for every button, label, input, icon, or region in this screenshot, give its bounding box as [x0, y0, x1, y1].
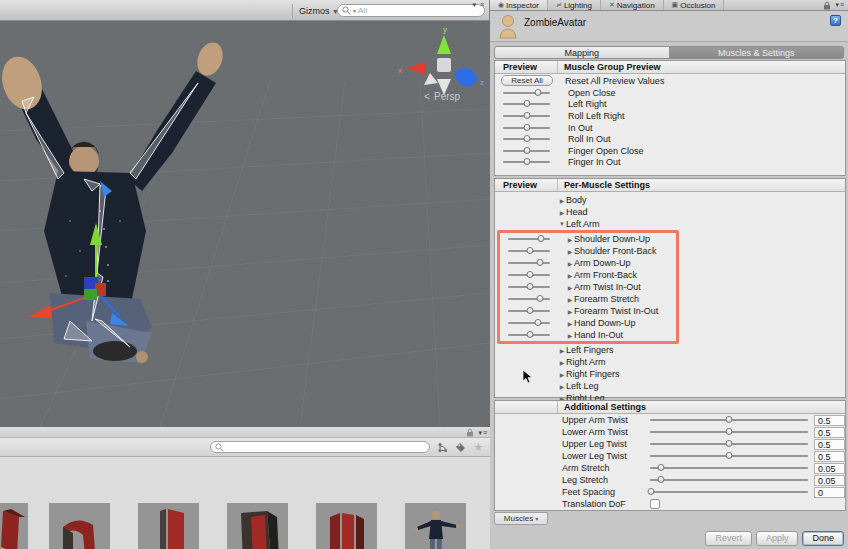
muscle-group-row: Open Close — [495, 87, 845, 99]
preview-slider[interactable] — [503, 89, 550, 97]
muscle-tree-row: ▼Left Arm — [495, 218, 845, 230]
preview-slider[interactable] — [508, 271, 550, 279]
additional-setting-label: Upper Leg Twist — [562, 439, 650, 449]
translation-dof-checkbox[interactable] — [650, 499, 660, 509]
tab-lighting[interactable]: ≓ Lighting — [548, 0, 601, 10]
preview-slider[interactable] — [508, 319, 550, 327]
preview-slider[interactable] — [508, 295, 550, 303]
additional-setting-row: Lower Arm Twist0.5 — [495, 426, 845, 438]
apply-button[interactable]: Apply — [756, 531, 799, 546]
slider-cell — [650, 416, 814, 424]
project-search-input[interactable] — [210, 441, 430, 453]
slider-cell — [500, 319, 558, 327]
muscle-tree-label: Hand Down-Up — [574, 318, 636, 328]
tree-disclosure-icon[interactable]: ▶ — [566, 272, 574, 279]
asset-thumbnail[interactable] — [405, 503, 466, 549]
additional-setting-value-field[interactable]: 0.05 — [814, 463, 845, 474]
preview-slider[interactable] — [650, 476, 808, 484]
tree-disclosure-icon[interactable]: ▼ — [558, 221, 566, 227]
preview-slider[interactable] — [508, 331, 550, 339]
scene-search-input[interactable]: ▾ All — [337, 4, 485, 17]
tree-disclosure-icon[interactable]: ▶ — [558, 359, 566, 366]
preview-slider[interactable] — [650, 440, 808, 448]
additional-setting-value-field[interactable]: 0.5 — [814, 415, 845, 426]
tree-disclosure-icon[interactable]: ▶ — [566, 320, 574, 327]
additional-setting-row: Upper Leg Twist0.5 — [495, 438, 845, 450]
asset-thumbnail[interactable] — [0, 503, 28, 549]
additional-setting-value-field[interactable]: 0.5 — [814, 451, 845, 462]
tree-disclosure-icon[interactable]: ▶ — [566, 332, 574, 339]
tree-disclosure-icon[interactable]: ▶ — [566, 236, 574, 243]
preview-slider[interactable] — [650, 452, 808, 460]
muscles-bottom-tab[interactable]: Muscles ▾ — [494, 512, 548, 525]
axis-x-label: x — [398, 66, 402, 75]
muscle-group-row: Left Right — [495, 99, 845, 111]
preview-slider[interactable] — [508, 283, 550, 291]
done-button[interactable]: Done — [802, 531, 844, 546]
asset-thumbnail[interactable] — [138, 503, 199, 549]
muscle-tree-label: Body — [566, 195, 587, 205]
tree-disclosure-icon[interactable]: ▶ — [566, 260, 574, 267]
preview-slider[interactable] — [503, 124, 550, 132]
preview-slider[interactable] — [650, 488, 808, 496]
tab-occlusion[interactable]: ▣ Occlusion — [664, 0, 725, 10]
tree-disclosure-icon[interactable]: ▶ — [566, 284, 574, 291]
project-panel-menu-icon[interactable]: ▾≡ — [478, 429, 488, 437]
inspector-panel-menu-icon[interactable]: ▾≡ — [835, 1, 845, 9]
preview-slider[interactable] — [503, 100, 550, 108]
reset-all-button[interactable]: Reset All — [501, 75, 553, 86]
muscle-tree-label: Left Fingers — [566, 345, 614, 355]
help-icon[interactable]: ? — [830, 15, 841, 26]
preview-slider[interactable] — [508, 235, 550, 243]
asset-thumbnail[interactable] — [227, 503, 288, 549]
preview-slider[interactable] — [508, 307, 550, 315]
scene-viewport[interactable]: y x z < Persp — [0, 21, 490, 427]
tree-disclosure-icon[interactable]: ▶ — [558, 209, 566, 216]
additional-setting-value-field[interactable]: 0.05 — [814, 475, 845, 486]
tree-disclosure-icon[interactable]: ▶ — [558, 383, 566, 390]
preview-slider[interactable] — [503, 158, 550, 166]
muscle-group-label: In Out — [558, 123, 593, 133]
scene-panel-menu-icon[interactable]: ▾ ≡ — [472, 1, 485, 9]
preview-slider[interactable] — [503, 147, 550, 155]
asset-thumbnail[interactable] — [316, 503, 377, 549]
label-tag-icon[interactable] — [453, 440, 468, 454]
additional-setting-label: Feet Spacing — [562, 487, 650, 497]
version-control-icon[interactable] — [435, 440, 450, 454]
favorite-star-icon[interactable]: ★ — [471, 440, 486, 454]
page-title: ZombieAvatar — [524, 17, 586, 28]
preview-slider[interactable] — [650, 428, 808, 436]
lighting-icon: ≓ — [556, 1, 562, 9]
preview-slider[interactable] — [650, 416, 808, 424]
preview-slider[interactable] — [650, 464, 808, 472]
tree-disclosure-icon[interactable]: ▶ — [566, 296, 574, 303]
muscle-group-row: Roll Left Right — [495, 110, 845, 122]
tree-disclosure-icon[interactable]: ▶ — [558, 197, 566, 204]
additional-setting-value-field[interactable]: 0 — [814, 487, 845, 498]
tab-navigation[interactable]: ✕ Navigation — [601, 0, 664, 10]
tree-disclosure-icon[interactable]: ▶ — [558, 347, 566, 354]
lock-icon[interactable] — [823, 1, 831, 10]
search-filter-chevron-icon[interactable]: ▾ — [353, 7, 356, 14]
slider-cell — [495, 124, 558, 132]
muscle-tree-label: Hand In-Out — [574, 330, 623, 340]
slider-cell — [500, 307, 558, 315]
additional-setting-value-field[interactable]: 0.5 — [814, 427, 845, 438]
preview-slider[interactable] — [503, 112, 550, 120]
asset-thumbnail[interactable] — [49, 503, 110, 549]
revert-button[interactable]: Revert — [705, 531, 752, 546]
tree-disclosure-icon[interactable]: ▶ — [566, 248, 574, 255]
tree-disclosure-icon[interactable]: ▶ — [558, 371, 566, 378]
tab-muscles-settings[interactable]: Muscles & Settings — [670, 46, 845, 59]
preview-slider[interactable] — [508, 247, 550, 255]
additional-setting-value-field[interactable]: 0.5 — [814, 439, 845, 450]
tree-disclosure-icon[interactable]: ▶ — [566, 308, 574, 315]
tab-mapping[interactable]: Mapping — [494, 46, 670, 59]
preview-slider[interactable] — [503, 135, 550, 143]
muscle-group-label: Roll In Out — [558, 134, 611, 144]
preview-slider[interactable] — [508, 259, 550, 267]
tab-inspector[interactable]: ◉ Inspector — [490, 0, 548, 10]
chevron-down-icon: ▾ — [535, 515, 538, 522]
per-muscle-settings-title: Per-Muscle Settings — [558, 179, 650, 191]
lock-icon[interactable] — [466, 428, 474, 437]
